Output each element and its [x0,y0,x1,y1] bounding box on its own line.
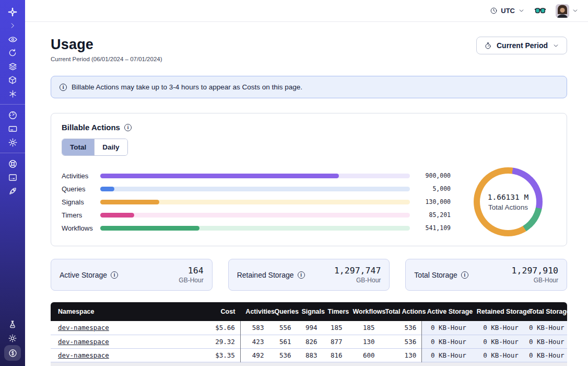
bar-fill [100,213,134,218]
user-menu[interactable] [556,4,579,18]
asterisk-icon[interactable] [4,87,21,100]
table-horizontal-scrollbar[interactable] [51,362,567,366]
info-banner: i Billable Actions may take up to 3-4 ho… [51,76,567,98]
namespace-cell: dev-namespace [51,335,199,348]
billable-actions-card: Billable Actions i Total Daily Activitie… [51,113,567,246]
timezone-dropdown[interactable]: UTC [490,7,525,15]
info-icon[interactable]: i [111,271,118,279]
storage-card-value: 1,297,910 [512,266,558,276]
bar-label: Queries [62,185,100,193]
bar-row: Queries5,000 [62,182,451,196]
page-subtitle: Current Period (06/01/2024 – 07/01/2024) [51,56,162,62]
bar-value: 5,000 [410,185,451,192]
storage-card: Total Storagei1,297,910GB-Hour [405,259,567,291]
table-cell: 994 [296,321,322,335]
table-cell: 29.32 [199,335,240,348]
info-banner-text: Billable Actions may take up to 3-4 hour… [72,83,302,91]
cube-icon[interactable] [4,73,21,87]
bar-value: 900,000 [410,172,451,179]
bar-track [100,226,410,231]
total-actions-donut-chart: 1.66131 M Total Actions [474,167,543,236]
bar-track [100,174,410,178]
column-header: Timers [323,302,348,321]
storage-card: Retained Storagei1,297,747GB-Hour [228,259,390,291]
settings-gear-icon[interactable] [4,135,21,149]
retry-clock-icon[interactable] [4,46,21,60]
storage-card-unit: GB-Hour [334,277,381,284]
rocket-icon[interactable] [4,184,21,198]
table-cell: 423 [240,335,269,348]
namespace-link[interactable]: dev-namespace [58,324,109,331]
table-cell: 600 [348,348,380,362]
avatar[interactable] [556,4,569,18]
chevron-down-icon [572,7,579,14]
table-cell: 0 KB-Hour [524,335,567,348]
namespace-link[interactable]: dev-namespace [58,338,109,346]
table-cell: 0 KB-Hour [524,321,567,335]
info-icon[interactable]: i [124,124,132,131]
timezone-label: UTC [501,7,515,15]
layers-icon[interactable] [4,60,21,73]
total-daily-toggle: Total Daily [62,139,128,156]
billing-card-icon[interactable] [4,122,21,135]
table-cell: 130 [380,348,422,362]
goggles-icon[interactable] [534,7,546,15]
column-header: Signals [296,302,322,321]
usage-page: Usage Current Period (06/01/2024 – 07/01… [25,22,588,366]
temporal-logo-icon[interactable] [4,5,21,19]
bar-row: Activities900,000 [62,169,451,182]
donut-total-label: Total Actions [488,203,528,211]
release-monitor-icon[interactable] [4,170,21,184]
storage-card-label: Retained Storage [237,271,294,279]
sidebar-divider [0,104,25,105]
namespace-link[interactable]: dev-namespace [58,351,109,359]
bar-row: Signals130,000 [62,196,451,209]
namespace-cell: dev-namespace [51,348,199,362]
tab-daily[interactable]: Daily [94,139,127,155]
theme-sun-icon[interactable] [4,331,21,345]
info-icon[interactable]: i [298,271,305,279]
bar-value: 85,201 [410,211,451,219]
storage-card-unit: GB-Hour [512,277,558,284]
storage-card-value: 164 [179,266,203,276]
tab-total[interactable]: Total [62,139,94,155]
storage-card: Active Storagei164GB-Hour [51,259,213,291]
bar-fill [100,200,159,204]
lab-flask-icon[interactable] [4,318,21,331]
table-row: dev-namespace$5.665835569941851855360 KB… [51,321,567,335]
table-cell: 877 [323,335,348,348]
table-cell: 130 [348,335,380,348]
period-dropdown-button[interactable]: Current Period [476,37,567,54]
collapse-chevron-right-icon[interactable] [4,19,21,32]
storage-card-unit: GB-Hour [179,277,203,284]
bar-fill [100,226,199,231]
storage-card-label: Total Storage [414,271,457,279]
table-cell: 0 KB-Hour [472,321,524,335]
bar-track [100,187,410,191]
page-title: Usage [51,37,162,53]
table-cell: $5.66 [199,321,240,335]
bar-value: 130,000 [410,198,451,205]
period-dropdown-label: Current Period [497,41,548,50]
usage-coin-icon[interactable] [4,345,21,361]
bar-label: Activities [62,172,100,180]
bar-label: Timers [62,211,100,219]
topbar: UTC [25,0,588,22]
namespace-cell: dev-namespace [51,321,199,335]
bar-row: Timers85,201 [62,209,451,222]
support-lifebuoy-icon[interactable] [4,157,21,170]
table-cell: 826 [296,335,322,348]
chevron-down-icon [552,42,559,49]
column-header: Active Storage [422,302,472,321]
table-cell: 0 KB-Hour [422,348,472,362]
bar-track [100,213,410,218]
storage-card-label: Active Storage [60,271,107,279]
table-cell: 492 [240,348,269,362]
stopwatch-icon [484,42,492,50]
eye-icon[interactable] [4,32,21,46]
table-cell: 536 [380,335,422,348]
info-icon[interactable]: i [461,271,468,279]
app-window: UTC [0,0,588,366]
table-cell: 185 [323,321,348,335]
gauge-icon[interactable] [4,108,21,122]
